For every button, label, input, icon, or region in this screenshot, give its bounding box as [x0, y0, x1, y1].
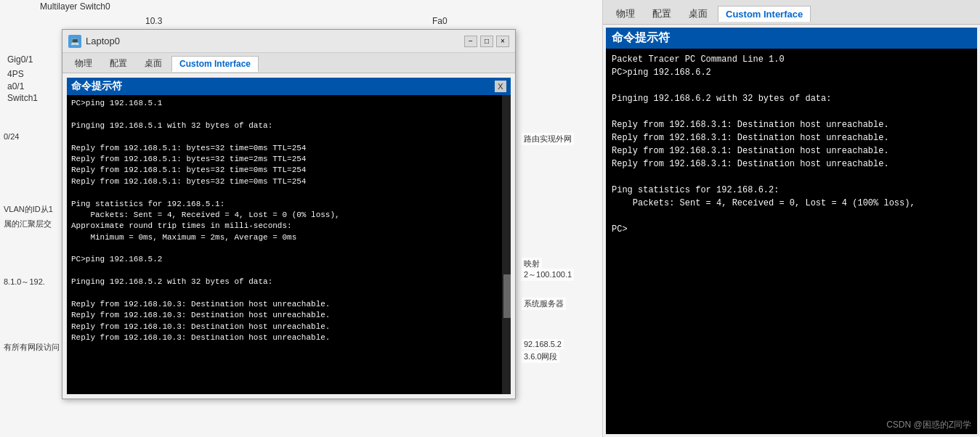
ip1-label: 92.168.5.2: [522, 339, 564, 349]
iprange-annotation: 8.1.0～192.: [4, 276, 45, 289]
terminal-titlebar: 命令提示符 X: [67, 78, 511, 95]
right-terminal-line: Packets: Sent = 4, Received = 0, Lost = …: [612, 197, 971, 210]
terminal-line: Reply from 192.168.5.1: bytes=32 time=0m…: [71, 176, 498, 187]
window-title-text: Laptop0: [86, 36, 464, 46]
allnet-annotation: 有所有网段访问: [4, 341, 60, 354]
right-terminal-line: [612, 171, 971, 184]
terminal-line: [71, 131, 498, 142]
right-terminal-line: Reply from 192.168.3.1: Destination host…: [612, 131, 971, 144]
right-terminal-titlebar: 命令提示符: [606, 28, 977, 49]
terminal-line: Pinging 192.168.5.2 with 32 bytes of dat…: [71, 277, 498, 287]
right-terminal-body[interactable]: Packet Tracer PC Command Line 1.0 PC>pin…: [606, 49, 977, 434]
right-terminal-line: PC>: [612, 223, 971, 236]
tab-config[interactable]: 配置: [102, 54, 135, 73]
terminal-line: Reply from 192.168.5.1: bytes=32 time=0m…: [71, 143, 498, 154]
terminal-line: [71, 288, 498, 299]
gig-label: Gig0/1: [7, 54, 33, 65]
terminal-line: [71, 187, 498, 198]
right-terminal-line: Packet Tracer PC Command Line 1.0: [612, 53, 971, 66]
ip-range-label: 2～100.100.1: [522, 269, 574, 281]
routing-label: 路由实现外网: [522, 133, 574, 145]
terminal-line: Reply from 192.168.10.3: Destination hos…: [71, 332, 498, 343]
right-terminal-line: Reply from 192.168.3.1: Destination host…: [612, 144, 971, 158]
right-terminal-line: [612, 79, 971, 92]
attribution-text: CSDN @困惑的Z同学: [886, 419, 971, 431]
right-terminal-line: [612, 210, 971, 223]
right-panel: 物理 配置 桌面 Custom Interface 命令提示符 Packet T…: [602, 0, 980, 437]
terminal-line: Packets: Sent = 4, Received = 4, Lost = …: [71, 210, 498, 221]
vlan-annotation: VLAN的ID从1: [4, 203, 53, 216]
terminal-line: Reply from 192.168.5.1: bytes=32 time=0m…: [71, 165, 498, 176]
laptop-window: 💻 Laptop0 − □ × 物理 配置 桌面 Custom Interfac…: [62, 29, 516, 399]
right-tab-config[interactable]: 配置: [645, 5, 679, 23]
aggregation-annotation: 属的汇聚层交: [4, 218, 52, 231]
tab-custom-interface[interactable]: Custom Interface: [171, 56, 259, 72]
terminal-title: 命令提示符: [71, 80, 122, 93]
right-terminal-line: Ping statistics for 192.168.6.2:: [612, 184, 971, 197]
terminal-container: 命令提示符 X PC>ping 192.168.5.1 Pinging 192.…: [67, 78, 511, 394]
tab-desktop[interactable]: 桌面: [137, 54, 170, 73]
connection-label: 10.3: [145, 16, 162, 26]
subnet-annotation: 0/24: [4, 131, 19, 144]
window-icon: 💻: [68, 35, 81, 48]
terminal-line: PC>ping 192.168.5.1: [71, 98, 498, 109]
terminal-close-button[interactable]: X: [495, 81, 506, 92]
terminal-content-area: PC>ping 192.168.5.1 Pinging 192.168.5.1 …: [67, 95, 511, 394]
window-titlebar: 💻 Laptop0 − □ ×: [62, 30, 515, 53]
right-terminal-line: Reply from 192.168.3.1: Destination host…: [612, 158, 971, 171]
terminal-line: Minimum = 0ms, Maximum = 2ms, Average = …: [71, 232, 498, 243]
right-terminal-line: Reply from 192.168.3.1: Destination host…: [612, 118, 971, 131]
window-controls: − □ ×: [464, 36, 509, 47]
terminal-line: Pinging 192.168.5.1 with 32 bytes of dat…: [71, 121, 498, 131]
window-tabs: 物理 配置 桌面 Custom Interface: [62, 53, 515, 73]
right-terminal: 命令提示符 Packet Tracer PC Command Line 1.0 …: [606, 28, 977, 434]
fa-label: Fa0: [432, 16, 448, 26]
close-button[interactable]: ×: [496, 36, 509, 47]
terminal-line: Ping statistics for 192.168.5.1:: [71, 199, 498, 210]
switch1-label: Switch1: [7, 93, 38, 103]
right-tab-desktop[interactable]: 桌面: [681, 5, 715, 23]
terminal-line: Approximate round trip times in milli-se…: [71, 221, 498, 232]
terminal-line: Reply from 192.168.10.3: Destination hos…: [71, 310, 498, 321]
terminal-line: [71, 266, 498, 277]
right-terminal-line: [612, 105, 971, 118]
terminal-line: [71, 243, 498, 254]
right-panel-tabs: 物理 配置 桌面 Custom Interface: [603, 0, 980, 25]
switch-label: Multilayer Switch0: [40, 1, 110, 12]
ps-label: 4PS: [7, 69, 24, 79]
tab-physics[interactable]: 物理: [67, 54, 100, 73]
terminal-scrollbar[interactable]: [502, 95, 511, 394]
right-terminal-line: Pinging 192.168.6.2 with 32 bytes of dat…: [612, 92, 971, 105]
terminal-scroll-thumb[interactable]: [503, 274, 511, 318]
terminal-line: Reply from 192.168.5.1: bytes=32 time=2m…: [71, 154, 498, 165]
right-terminal-line: PC>ping 192.168.6.2: [612, 66, 971, 79]
terminal-line: [71, 109, 498, 120]
terminal-body[interactable]: PC>ping 192.168.5.1 Pinging 192.168.5.1 …: [67, 95, 502, 394]
terminal-line: Reply from 192.168.10.3: Destination hos…: [71, 322, 498, 332]
a0-label: a0/1: [7, 81, 24, 91]
ip2-label: 3.6.0网段: [522, 351, 559, 363]
right-tab-physics[interactable]: 物理: [609, 5, 642, 23]
minimize-button[interactable]: −: [464, 36, 477, 47]
terminal-line: Reply from 192.168.10.3: Destination hos…: [71, 299, 498, 310]
terminal-line: PC>ping 192.168.5.2: [71, 254, 498, 265]
right-tab-custom-interface[interactable]: Custom Interface: [718, 6, 811, 22]
server-label: 系统服务器: [522, 298, 566, 310]
maximize-button[interactable]: □: [480, 36, 493, 47]
